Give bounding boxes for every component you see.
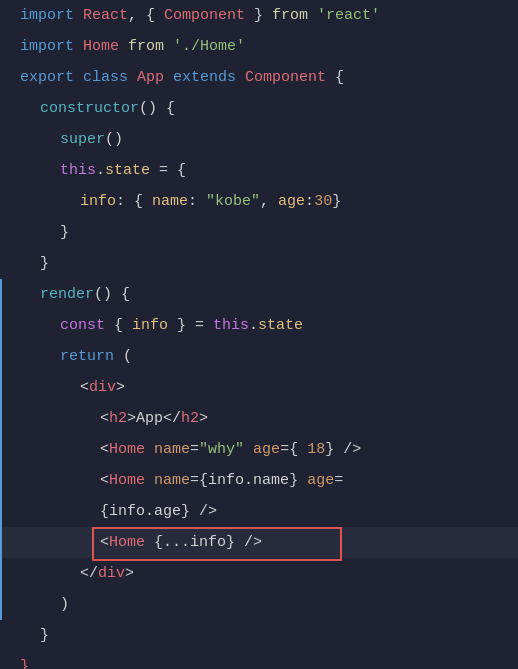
- code-line-9: }: [0, 248, 518, 279]
- code-token: () {: [94, 279, 130, 310]
- code-token: }: [40, 620, 49, 651]
- code-line-13: <div>: [0, 372, 518, 403]
- code-token: <: [100, 434, 109, 465]
- code-token: [145, 434, 154, 465]
- code-token: >: [125, 558, 134, 589]
- code-token: >App</: [127, 403, 181, 434]
- code-line-6: this.state = {: [0, 155, 518, 186]
- code-token: div: [89, 372, 116, 403]
- code-line-12: return (: [0, 341, 518, 372]
- code-token: 18: [298, 434, 325, 465]
- code-line-18: <Home {...info} />: [0, 527, 518, 558]
- code-editor: import React, { Component } from 'react'…: [0, 0, 518, 669]
- code-token: ={: [190, 465, 208, 496]
- code-token: from: [119, 31, 173, 62]
- code-token: h2: [181, 403, 199, 434]
- code-token: = {: [150, 155, 186, 186]
- code-line-1: import React, { Component } from 'react': [0, 0, 518, 31]
- code-token: name: [154, 434, 190, 465]
- code-line-3: export class App extends Component {: [0, 62, 518, 93]
- code-token: 30: [314, 186, 332, 217]
- code-token: .: [96, 155, 105, 186]
- code-token: age: [154, 496, 181, 527]
- code-token: Home: [109, 434, 145, 465]
- code-token: 'react': [317, 0, 380, 31]
- code-line-8: }: [0, 217, 518, 248]
- code-line-2: import Home from './Home': [0, 31, 518, 62]
- code-line-19: </div>: [0, 558, 518, 589]
- code-token: Home: [109, 527, 145, 558]
- code-line-22: }: [0, 651, 518, 669]
- code-line-11: const { info } = this.state: [0, 310, 518, 341]
- code-token: <: [100, 465, 109, 496]
- code-token: .: [244, 465, 253, 496]
- code-line-21: }: [0, 620, 518, 651]
- code-token: this: [213, 310, 249, 341]
- code-token: >: [199, 403, 208, 434]
- code-token: }: [20, 651, 29, 669]
- code-token: super: [60, 124, 105, 155]
- code-token: info: [80, 186, 116, 217]
- code-token: age: [278, 186, 305, 217]
- code-token: {: [326, 62, 344, 93]
- code-token: React: [83, 0, 128, 31]
- code-token: () {: [139, 93, 175, 124]
- code-token: "why": [199, 434, 244, 465]
- code-token: return: [60, 341, 123, 372]
- code-token: name: [253, 465, 289, 496]
- code-token: Component: [164, 0, 245, 31]
- code-line-20: ): [0, 589, 518, 620]
- code-token: info: [208, 465, 244, 496]
- code-token: ,: [260, 186, 278, 217]
- code-token: h2: [109, 403, 127, 434]
- code-token: from: [272, 0, 308, 31]
- code-token: import: [20, 31, 83, 62]
- code-token: <: [100, 527, 109, 558]
- code-token: name: [152, 186, 188, 217]
- code-token: ...info: [163, 527, 226, 558]
- code-token: [145, 465, 154, 496]
- code-token: </: [80, 558, 98, 589]
- code-token: const: [60, 310, 105, 341]
- code-token: [308, 0, 317, 31]
- code-token: :: [188, 186, 206, 217]
- code-token: {: [105, 310, 132, 341]
- code-token: state: [258, 310, 303, 341]
- code-token: './Home': [173, 31, 245, 62]
- code-line-5: super(): [0, 124, 518, 155]
- code-token: name: [154, 465, 190, 496]
- code-token: .: [249, 310, 258, 341]
- code-token: Home: [83, 31, 119, 62]
- code-token: this: [60, 155, 96, 186]
- code-token: export: [20, 62, 83, 93]
- code-token: =: [190, 434, 199, 465]
- code-token: } />: [181, 496, 217, 527]
- code-token: (: [123, 341, 132, 372]
- code-token: <: [100, 403, 109, 434]
- code-token: }: [289, 465, 307, 496]
- code-token: render: [40, 279, 94, 310]
- code-token: <: [80, 372, 89, 403]
- code-token: }: [60, 217, 69, 248]
- code-token: import: [20, 0, 83, 31]
- code-token: class: [83, 62, 137, 93]
- code-token: .: [145, 496, 154, 527]
- code-token: : {: [116, 186, 152, 217]
- code-token: }: [40, 248, 49, 279]
- code-token: , {: [128, 0, 164, 31]
- code-token: :: [305, 186, 314, 217]
- code-token: (): [105, 124, 123, 155]
- code-token: Component: [245, 62, 326, 93]
- code-line-4: constructor() {: [0, 93, 518, 124]
- code-line-14: <h2>App</h2>: [0, 403, 518, 434]
- code-token: div: [98, 558, 125, 589]
- code-token: info: [132, 310, 168, 341]
- code-line-15: <Home name="why" age={ 18} />: [0, 434, 518, 465]
- code-token: state: [105, 155, 150, 186]
- code-line-17: {info.age} />: [0, 496, 518, 527]
- code-token: ): [60, 589, 69, 620]
- code-token: age: [307, 465, 334, 496]
- code-token: } />: [325, 434, 361, 465]
- code-token: "kobe": [206, 186, 260, 217]
- code-token: =: [334, 465, 343, 496]
